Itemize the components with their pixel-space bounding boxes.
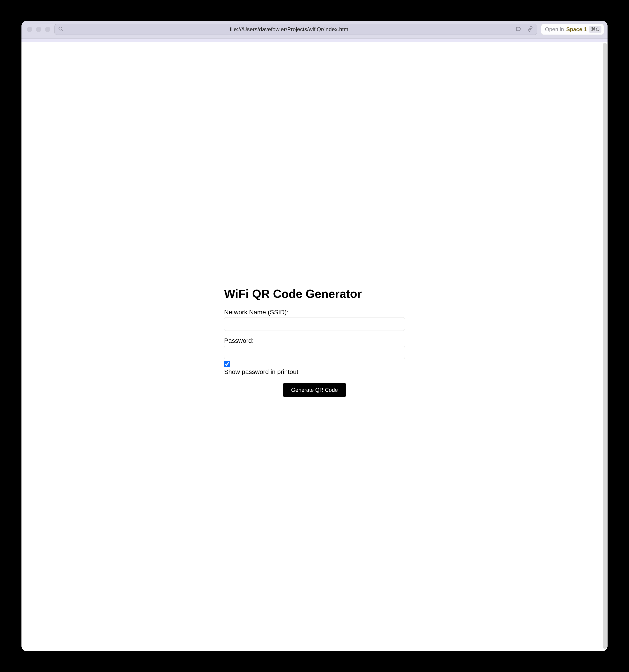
page-title: WiFi QR Code Generator: [224, 287, 405, 301]
ssid-label: Network Name (SSID):: [224, 309, 405, 316]
address-actions: [515, 26, 534, 33]
generate-qr-button[interactable]: Generate QR Code: [283, 383, 346, 397]
ssid-input[interactable]: [224, 317, 405, 331]
scrollbar-thumb[interactable]: [603, 43, 607, 649]
window-close-button[interactable]: [27, 27, 32, 32]
link-icon[interactable]: [527, 26, 534, 33]
window-minimize-button[interactable]: [36, 27, 41, 32]
toolbar-accent: [22, 39, 607, 42]
svg-line-1: [62, 30, 63, 31]
window-zoom-button[interactable]: [45, 27, 50, 32]
window-controls: [25, 27, 50, 32]
ssid-field-group: Network Name (SSID):: [224, 309, 405, 331]
open-in-space-button[interactable]: Open in Space 1 ⌘O: [541, 24, 604, 35]
open-in-prefix: Open in: [545, 26, 564, 32]
tag-icon[interactable]: [515, 26, 522, 33]
password-input[interactable]: [224, 346, 405, 359]
generate-button-row: Generate QR Code: [224, 383, 405, 397]
password-field-group: Password: Show password in printout: [224, 337, 405, 376]
address-url: file:///Users/davefowler/Projects/wifiQr…: [67, 26, 512, 32]
address-bar[interactable]: file:///Users/davefowler/Projects/wifiQr…: [54, 24, 537, 35]
scrollbar[interactable]: [603, 42, 607, 650]
show-password-group: Show password in printout: [224, 361, 405, 376]
page-content: WiFi QR Code Generator Network Name (SSI…: [22, 42, 607, 651]
open-in-space-name: Space 1: [566, 26, 587, 32]
wifi-qr-form: WiFi QR Code Generator Network Name (SSI…: [224, 287, 405, 397]
open-in-shortcut: ⌘O: [589, 26, 601, 33]
search-icon: [58, 26, 64, 33]
svg-point-0: [59, 27, 62, 30]
password-label: Password:: [224, 337, 405, 344]
browser-window: file:///Users/davefowler/Projects/wifiQr…: [22, 21, 607, 651]
browser-toolbar: file:///Users/davefowler/Projects/wifiQr…: [22, 21, 607, 39]
show-password-checkbox[interactable]: [224, 361, 230, 367]
show-password-label: Show password in printout: [224, 368, 405, 376]
